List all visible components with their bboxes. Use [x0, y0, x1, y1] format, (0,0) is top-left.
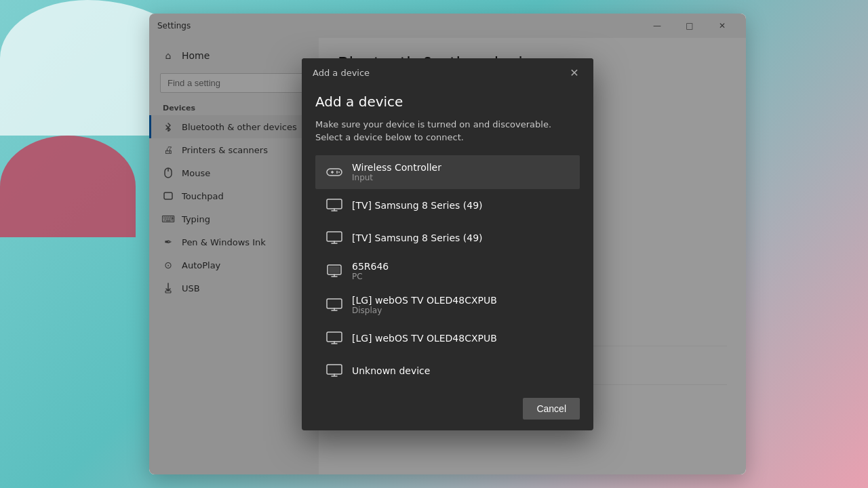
unknown-device-info: Unknown device: [352, 365, 430, 376]
lg-oled-1-subtext: Display: [352, 306, 497, 315]
device-row-lg-oled-2[interactable]: [LG] webOS TV OLED48CXPUB: [315, 322, 580, 354]
wireless-controller-icon: [325, 163, 344, 182]
dialog-footer: Cancel: [302, 387, 593, 430]
pc-65r646-name: 65R646: [352, 261, 389, 272]
device-row-wireless-controller[interactable]: Wireless Controller Input: [315, 155, 580, 189]
device-row-unknown[interactable]: Unknown device: [315, 354, 580, 387]
dialog-titlebar-label: Add a device: [313, 68, 370, 78]
svg-point-11: [336, 171, 338, 172]
device-list: Wireless Controller Input: [315, 155, 580, 387]
svg-point-13: [336, 172, 338, 174]
dialog-close-button[interactable]: ✕: [566, 65, 583, 81]
device-row-pc-65r646[interactable]: 65R646 PC: [315, 254, 580, 288]
lg-oled-2-name: [LG] webOS TV OLED48CXPUB: [352, 333, 497, 344]
samsung-tv-2-info: [TV] Samsung 8 Series (49): [352, 232, 483, 243]
dialog-body: Add a device Make sure your device is tu…: [302, 88, 593, 387]
wireless-controller-subtext: Input: [352, 173, 441, 182]
settings-window: Settings — □ ✕ ⌂ Home Devices: [149, 14, 746, 474]
add-device-dialog: Add a device ✕ Add a device Make sure yo…: [302, 58, 593, 430]
cancel-button[interactable]: Cancel: [523, 398, 580, 420]
pc-65r646-info: 65R646 PC: [352, 261, 389, 281]
dialog-overlay: Add a device ✕ Add a device Make sure yo…: [149, 14, 746, 474]
svg-rect-18: [327, 299, 342, 308]
wireless-controller-info: Wireless Controller Input: [352, 162, 441, 182]
svg-rect-17: [329, 266, 340, 273]
lg-oled-1-icon: [325, 296, 344, 314]
pc-65r646-subtext: PC: [352, 272, 389, 281]
dialog-description: Make sure your device is turned on and d…: [315, 118, 580, 144]
samsung-tv-1-info: [TV] Samsung 8 Series (49): [352, 200, 483, 211]
svg-point-12: [338, 171, 340, 173]
device-row-samsung-tv-2[interactable]: [TV] Samsung 8 Series (49): [315, 222, 580, 254]
svg-rect-15: [327, 232, 342, 241]
lg-oled-1-name: [LG] webOS TV OLED48CXPUB: [352, 295, 497, 306]
pc-65r646-icon: [325, 262, 344, 281]
samsung-tv-2-icon: [325, 228, 344, 247]
svg-rect-20: [327, 365, 342, 374]
lg-oled-2-info: [LG] webOS TV OLED48CXPUB: [352, 333, 497, 344]
unknown-device-icon: [325, 361, 344, 380]
samsung-tv-1-icon: [325, 196, 344, 215]
unknown-device-name: Unknown device: [352, 365, 430, 376]
svg-rect-19: [327, 332, 342, 342]
wireless-controller-name: Wireless Controller: [352, 162, 441, 173]
device-row-samsung-tv-1[interactable]: [TV] Samsung 8 Series (49): [315, 189, 580, 222]
device-row-lg-oled-1[interactable]: [LG] webOS TV OLED48CXPUB Display: [315, 288, 580, 322]
lg-oled-1-info: [LG] webOS TV OLED48CXPUB Display: [352, 295, 497, 315]
samsung-tv-2-name: [TV] Samsung 8 Series (49): [352, 232, 483, 243]
svg-rect-14: [327, 199, 342, 209]
samsung-tv-1-name: [TV] Samsung 8 Series (49): [352, 200, 483, 211]
dialog-heading: Add a device: [315, 94, 580, 110]
lg-oled-2-icon: [325, 329, 344, 348]
dialog-title-bar: Add a device ✕: [302, 58, 593, 88]
